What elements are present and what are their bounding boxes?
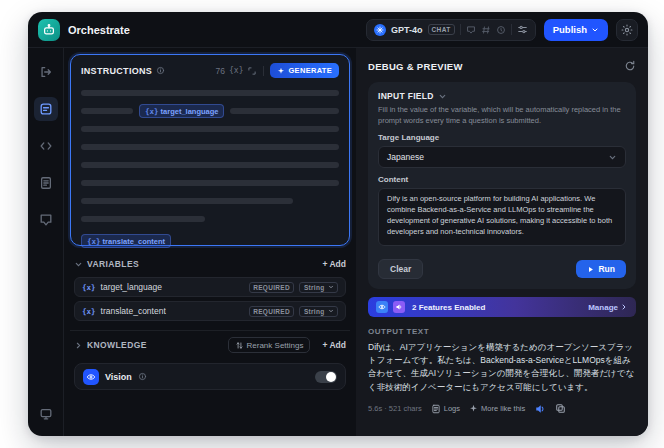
run-button[interactable]: Run xyxy=(576,260,626,278)
info-icon xyxy=(138,372,147,381)
divider xyxy=(263,66,264,76)
document-icon xyxy=(39,176,53,190)
chevron-down-icon xyxy=(608,153,617,162)
chevron-down-icon xyxy=(438,92,447,101)
sparkle-icon xyxy=(277,67,285,75)
prompt-line xyxy=(81,124,339,134)
sidebar-item-orchestrate[interactable] xyxy=(34,97,58,121)
speaker-icon[interactable] xyxy=(534,403,546,415)
char-count: 76 xyxy=(216,66,225,76)
speech-bubble-icon xyxy=(39,213,53,227)
vision-icon xyxy=(83,369,99,385)
gear-icon xyxy=(621,24,633,36)
sort-icon xyxy=(235,341,244,350)
copy-icon[interactable] xyxy=(555,403,566,414)
variable-chip-target-language[interactable]: {x} target_language xyxy=(139,104,224,118)
features-enabled-bar[interactable]: 2 Features Enabled Manage xyxy=(368,297,636,317)
manage-features-link[interactable]: Manage xyxy=(588,303,628,312)
input-field-title: INPUT FIELD xyxy=(378,91,434,101)
orchestrate-pane: INSTRUCTIONS 76 {x} GENERATE {x} xyxy=(64,48,356,436)
clear-button[interactable]: Clear xyxy=(378,259,423,279)
sidebar-rail xyxy=(28,48,64,436)
publish-button[interactable]: Publish xyxy=(544,19,608,41)
variable-type-icon: {x} xyxy=(82,283,96,292)
model-selector[interactable]: GPT-4o CHAT xyxy=(366,19,536,41)
content-field-label: Content xyxy=(378,175,626,184)
knowledge-section: KNOWLEDGE Rerank Settings + Add xyxy=(70,330,350,354)
expand-icon[interactable] xyxy=(247,66,257,76)
input-field-card: INPUT FIELD Fill in the value of the var… xyxy=(368,82,636,289)
sidebar-item-exit[interactable] xyxy=(34,60,58,84)
instructions-editor[interactable]: INSTRUCTIONS 76 {x} GENERATE {x} xyxy=(70,54,350,246)
input-field-header[interactable]: INPUT FIELD xyxy=(378,91,626,101)
output-title: OUTPUT TEXT xyxy=(368,327,636,336)
chevron-down-icon[interactable] xyxy=(74,260,83,269)
debug-preview-title: DEBUG & PREVIEW xyxy=(368,61,463,72)
sidebar-item-logs[interactable] xyxy=(34,171,58,195)
document-icon xyxy=(431,404,441,414)
features-enabled-label: 2 Features Enabled xyxy=(412,303,485,312)
knowledge-title: KNOWLEDGE xyxy=(87,340,147,350)
type-badge[interactable]: String xyxy=(299,282,338,293)
output-text: Difyは、AIアプリケーションを構築するためのオープンソースプラットフォームで… xyxy=(368,341,636,394)
generate-label: GENERATE xyxy=(288,66,332,75)
variables-section: VARIABLES + Add {x} target_language REQU… xyxy=(70,246,350,321)
sparkle-icon xyxy=(469,404,478,413)
generate-button[interactable]: GENERATE xyxy=(270,63,339,78)
input-field-description: Fill in the value of the variable, which… xyxy=(378,105,626,126)
language-select-value: Japanese xyxy=(387,152,424,162)
model-provider-icon xyxy=(374,24,386,36)
required-badge: REQUIRED xyxy=(249,282,295,293)
required-badge: REQUIRED xyxy=(249,306,295,317)
page-title: Orchestrate xyxy=(68,24,130,36)
monitor-icon xyxy=(39,407,53,421)
prompt-line: {x} target_language xyxy=(81,106,339,116)
chevron-right-icon[interactable] xyxy=(74,341,83,350)
chevron-right-icon xyxy=(620,303,628,311)
settings-button[interactable] xyxy=(616,19,638,41)
prompt-line xyxy=(81,196,339,206)
output-footer: 5.6s · 521 chars Logs More like this xyxy=(368,403,636,415)
refresh-icon[interactable] xyxy=(624,60,636,72)
code-icon xyxy=(39,139,53,153)
variable-row[interactable]: {x} translate_content REQUIRED String xyxy=(74,301,346,321)
instructions-title: INSTRUCTIONS xyxy=(81,66,152,76)
publish-label: Publish xyxy=(553,24,587,35)
insert-variable-icon[interactable]: {x} xyxy=(229,66,243,75)
add-knowledge-button[interactable]: + Add xyxy=(322,340,346,350)
variable-name: target_language xyxy=(101,282,162,292)
content-textarea[interactable]: Dify is an open-source platform for buil… xyxy=(378,188,626,246)
add-variable-button[interactable]: + Add xyxy=(322,259,346,269)
debug-preview-pane: DEBUG & PREVIEW INPUT FIELD Fill in the … xyxy=(356,48,648,436)
more-like-this-button[interactable]: More like this xyxy=(469,404,525,413)
sidebar-item-api[interactable] xyxy=(34,134,58,158)
sidebar-item-annotation[interactable] xyxy=(34,208,58,232)
prompt-line xyxy=(81,142,339,152)
chat-bubble-icon xyxy=(466,25,476,35)
prompt-line xyxy=(81,160,339,170)
divider xyxy=(460,24,461,35)
chevron-down-icon xyxy=(591,26,599,34)
tokens-icon xyxy=(481,25,491,35)
vision-toggle[interactable] xyxy=(315,371,337,383)
model-name: GPT-4o xyxy=(391,25,423,35)
logs-button[interactable]: Logs xyxy=(431,404,460,414)
temperature-icon xyxy=(496,25,506,35)
variable-row[interactable]: {x} target_language REQUIRED String xyxy=(74,277,346,297)
output-section: OUTPUT TEXT Difyは、AIアプリケーションを構築するためのオープン… xyxy=(368,327,636,415)
divider xyxy=(511,24,512,35)
speech-feature-icon xyxy=(393,301,405,313)
type-badge[interactable]: String xyxy=(299,306,338,317)
variable-name: translate_content xyxy=(101,306,166,316)
sidebar-item-monitoring[interactable] xyxy=(34,402,58,426)
instructions-header: INSTRUCTIONS 76 {x} GENERATE xyxy=(81,63,339,78)
prompt-line: {x} translate_content xyxy=(81,236,339,246)
language-field-label: Targe Language xyxy=(378,133,626,142)
top-bar-actions: GPT-4o CHAT Publish xyxy=(366,19,638,41)
prompt-line xyxy=(81,214,339,224)
rerank-settings-button[interactable]: Rerank Settings xyxy=(228,337,311,353)
exit-icon xyxy=(39,65,53,79)
model-settings-icon[interactable] xyxy=(517,24,528,35)
language-select[interactable]: Japanese xyxy=(378,146,626,168)
chevron-down-icon xyxy=(328,284,334,290)
